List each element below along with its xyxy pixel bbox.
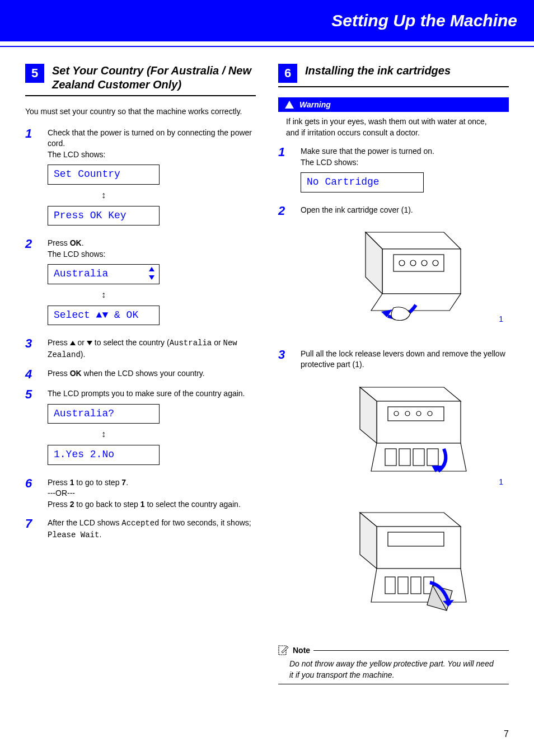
step-text: After the LCD shows (48, 518, 121, 527)
step-number: 4 (25, 368, 40, 381)
lcd-inline-text: Accepted (121, 519, 159, 528)
page: Setting Up the Machine 5 Set Your Countr… (0, 0, 534, 756)
step-text: for two seconds, it shows; (160, 518, 251, 527)
note-pencil-icon (278, 645, 289, 655)
step-text: The LCD shows: (48, 250, 105, 259)
printer-illustration-icon (332, 221, 477, 327)
svg-rect-20 (399, 449, 410, 466)
step-number: 3 (278, 349, 293, 637)
note-rule (313, 650, 509, 651)
step-text: to go back to step (74, 500, 140, 509)
step-text: to go to step (74, 478, 121, 487)
step-5: 5 The LCD prompts you to make sure of th… (25, 388, 256, 469)
section-title: Installing the ink cartridges (305, 64, 451, 83)
warning-block: Warning If ink gets in your eyes, wash t… (278, 97, 509, 146)
or-separator: ---OR--- (48, 489, 75, 497)
lcd-display: Press OK Key (48, 206, 160, 226)
step-number: 6 (25, 477, 40, 510)
printer-levers-figure: 1 (301, 376, 509, 491)
step-text: Press (48, 478, 70, 487)
lcd-display: 1.Yes 2.No (48, 445, 160, 464)
triangle-up-icon (70, 341, 76, 345)
updown-arrow-icon: ↕ (48, 289, 160, 301)
step-text: Press (48, 338, 70, 347)
page-header: Setting Up the Machine (0, 0, 534, 41)
section-5-header: 5 Set Your Country (For Australia / New … (25, 64, 256, 96)
svg-rect-22 (427, 449, 438, 466)
printer-open-cover-figure: 1 (301, 221, 509, 331)
lcd-display: No Cartridge (301, 172, 424, 192)
step-text: The LCD prompts you to make sure of the … (48, 389, 245, 398)
step-text: or (212, 338, 223, 347)
ok-key-label: OK (70, 238, 82, 247)
step-text: The LCD shows: (48, 150, 105, 159)
lcd-display: Australia? (48, 404, 160, 424)
lcd-display: Select ▲▼ & OK (48, 306, 160, 325)
svg-rect-19 (385, 449, 396, 466)
section-number-badge: 6 (278, 64, 297, 83)
warning-label: Warning (299, 100, 331, 109)
lcd-display: Set Country (48, 165, 160, 184)
svg-rect-27 (388, 532, 444, 546)
svg-rect-21 (413, 449, 424, 466)
step-text: Pull all the lock release levers down an… (301, 349, 505, 369)
step-number: 7 (25, 518, 40, 541)
callout-label: 1 (499, 314, 503, 325)
warning-icon (285, 101, 294, 109)
step-text: The LCD shows: (301, 158, 358, 167)
triangle-down-icon (87, 341, 92, 345)
step-text: Press (48, 238, 70, 247)
step-text: Check that the power is turned on by con… (48, 128, 252, 148)
step-text: Open the ink cartridge cover (1). (301, 205, 413, 214)
step-4: 4 Press OK when the LCD shows your count… (25, 368, 256, 381)
step-6: 6 Press 1 to go to step 7. ---OR--- Pres… (25, 477, 256, 510)
note-label: Note (293, 646, 310, 655)
step-1: 1 Check that the power is turned on by c… (25, 128, 256, 231)
step-text: to select the country ( (92, 338, 170, 347)
printer-remove-part-figure (301, 501, 509, 628)
note-body: Do not throw away the yellow protective … (278, 655, 509, 684)
section-number-badge: 5 (25, 64, 44, 83)
warning-header: Warning (278, 97, 509, 112)
svg-marker-8 (371, 294, 461, 311)
note-footer-rule (278, 684, 509, 684)
step-text: Press (48, 500, 70, 509)
svg-marker-24 (360, 513, 461, 527)
section-6-header: 6 Installing the ink cartridges (278, 64, 509, 87)
step-text: . (99, 530, 101, 539)
scroll-arrows-icon (149, 266, 154, 282)
right-column: 6 Installing the ink cartridges Warning … (278, 64, 509, 684)
lcd-display: Australia (48, 264, 160, 284)
step-ref: 7 (121, 478, 126, 487)
step-1: 1 Make sure that the power is turned on.… (278, 146, 509, 196)
step-number: 1 (278, 146, 293, 196)
step-2: 2 Open the ink cartridge cover (1). (278, 205, 509, 341)
step-text: . (82, 238, 84, 247)
ok-key-label: OK (70, 369, 82, 378)
step-text: or (76, 338, 87, 347)
svg-rect-3 (394, 255, 444, 271)
step-text: Press (48, 369, 70, 378)
step-3: 3 Press or to select the country (Austra… (25, 337, 256, 360)
lcd-text: Australia (54, 268, 108, 279)
step-text: Make sure that the power is turned on. (301, 147, 434, 156)
step-text: . (126, 478, 128, 487)
page-number: 7 (504, 729, 509, 739)
step-number: 1 (25, 128, 40, 231)
step-2: 2 Press OK. The LCD shows: Australia ↕ S… (25, 238, 256, 330)
page-title: Setting Up the Machine (17, 11, 517, 30)
step-number: 5 (25, 388, 40, 469)
step-text: to select the country again. (145, 500, 241, 509)
svg-marker-10 (360, 387, 461, 401)
svg-rect-30 (398, 577, 408, 594)
option-text: Australia (170, 339, 212, 348)
section-title: Set Your Country (For Australia / New Ze… (52, 64, 256, 92)
lcd-inline-text: Please Wait (48, 530, 99, 539)
step-text: when the LCD shows your country. (82, 369, 205, 378)
svg-rect-13 (388, 407, 444, 421)
updown-arrow-icon: ↕ (48, 428, 160, 440)
note-header: Note (278, 645, 509, 655)
updown-arrow-icon: ↕ (48, 189, 160, 201)
warning-body: If ink gets in your eyes, wash them out … (278, 112, 509, 146)
step-number: 2 (25, 238, 40, 330)
